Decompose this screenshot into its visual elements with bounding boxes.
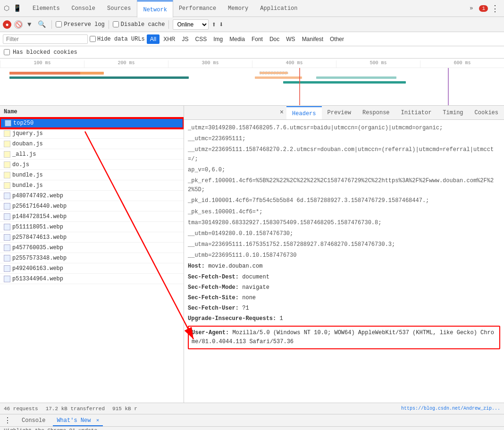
- tab-headers[interactable]: Headers: [286, 106, 321, 119]
- tab-memory[interactable]: Memory: [222, 0, 254, 17]
- blocked-cookies-label: Has blocked cookies: [13, 49, 77, 56]
- disable-cache-checkbox[interactable]: Disable cache: [113, 21, 165, 28]
- name-column-header: Name: [0, 106, 184, 118]
- table-row[interactable]: p2557573348.webp: [0, 253, 184, 263]
- file-name: douban.js: [12, 141, 43, 147]
- hide-urls-label[interactable]: Hide data URLs: [90, 36, 145, 42]
- cookie-line-3: ap_v=0,6.0;: [188, 166, 500, 175]
- svg-rect-3: [9, 76, 189, 79]
- file-name: p457760035.webp: [12, 245, 63, 251]
- tab-timing[interactable]: Timing: [437, 106, 469, 119]
- cookie-line-0: _utmz=30149280.1587468205.7.6.utmcsr=bai…: [188, 124, 500, 133]
- table-row[interactable]: p513344964.webp: [0, 274, 184, 284]
- disable-cache-input[interactable]: [113, 21, 119, 27]
- table-row[interactable]: p2578474613.webp: [0, 232, 184, 243]
- table-row[interactable]: do.js: [0, 160, 184, 170]
- filter-other-button[interactable]: Other: [327, 34, 347, 44]
- header-sec-dest-name: Sec-Fetch-Dest:: [188, 274, 239, 280]
- table-row[interactable]: p492406163.webp: [0, 263, 184, 274]
- filter-doc-button[interactable]: Doc: [267, 34, 282, 44]
- search-icon[interactable]: 🔍: [36, 19, 48, 29]
- tab-response[interactable]: Response: [357, 106, 395, 119]
- table-row[interactable]: _all.js: [0, 149, 184, 160]
- table-row[interactable]: p1484728154.webp: [0, 211, 184, 222]
- filter-font-button[interactable]: Font: [249, 34, 266, 44]
- tab-application[interactable]: Application: [254, 0, 303, 17]
- bottom-hint-text: Highlight the Chrome 81 update...: [4, 428, 107, 430]
- cookie-line-10: __utmb=223695111.0.10.1587476730: [188, 251, 500, 260]
- blocked-cookies-checkbox[interactable]: [4, 49, 10, 55]
- name-panel: Name top250 jquery.js douban.js _all.js …: [0, 106, 184, 403]
- filter-ws-button[interactable]: WS: [283, 34, 298, 44]
- header-sec-site-value: none: [242, 295, 256, 301]
- bottom-dots-button[interactable]: ⋮: [4, 416, 11, 425]
- tick-300: 300 ms: [168, 60, 252, 67]
- filter-manifest-button[interactable]: Manifest: [299, 34, 326, 44]
- filter-media-button[interactable]: Media: [227, 34, 248, 44]
- tab-network[interactable]: Network: [137, 0, 173, 17]
- bottom-tab-whatsnew[interactable]: What's New ×: [53, 415, 103, 426]
- file-name: _all.js: [12, 151, 36, 158]
- table-row[interactable]: jquery.js: [0, 128, 184, 139]
- tab-initiator[interactable]: Initiator: [395, 106, 437, 119]
- table-row[interactable]: douban.js: [0, 139, 184, 149]
- timeline-ruler: 100 ms 200 ms 300 ms 400 ms 500 ms 600 m…: [0, 59, 504, 68]
- webp-icon: [4, 234, 10, 241]
- table-row[interactable]: top250: [0, 118, 184, 128]
- detail-tab-bar: × Headers Preview Response Initiator Tim…: [184, 106, 504, 120]
- more-tabs-button[interactable]: »: [466, 0, 477, 17]
- filter-img-button[interactable]: Img: [210, 34, 226, 44]
- tab-elements[interactable]: Elements: [27, 0, 66, 17]
- js-icon: [4, 172, 10, 178]
- tab-bar: ⬡ 📱 Elements Console Sources Network Per…: [0, 0, 504, 17]
- resources-size: 915 kB r: [112, 406, 137, 412]
- blocked-cookies-row: Has blocked cookies: [0, 46, 504, 59]
- table-row[interactable]: p457760035.webp: [0, 243, 184, 253]
- close-panel-button[interactable]: ×: [280, 106, 284, 119]
- hide-urls-checkbox[interactable]: [90, 36, 96, 42]
- disable-cache-label: Disable cache: [121, 21, 165, 28]
- record-button[interactable]: ●: [3, 20, 11, 29]
- bottom-tab-console[interactable]: Console: [18, 415, 49, 426]
- network-container: Name top250 jquery.js douban.js _all.js …: [0, 106, 504, 403]
- file-name: bundle.js: [12, 182, 43, 189]
- close-whatsnew-button[interactable]: ×: [96, 418, 100, 423]
- preserve-log-input[interactable]: [56, 21, 62, 27]
- file-name: do.js: [12, 161, 29, 168]
- tab-console[interactable]: Console: [66, 0, 101, 17]
- network-throttle-select[interactable]: Online Offline Slow 3G Fast 3G: [173, 19, 209, 30]
- devtools-menu-button[interactable]: ⋮: [488, 3, 502, 14]
- preserve-log-checkbox[interactable]: Preserve log: [56, 21, 104, 28]
- header-sec-mode: Sec-Fetch-Mode: navigate: [188, 283, 500, 292]
- pointer-icon[interactable]: ⬡: [2, 4, 11, 12]
- filter-all-button[interactable]: All: [147, 34, 160, 44]
- file-name: jquery.js: [12, 130, 43, 137]
- tab-cookies[interactable]: Cookies: [469, 106, 504, 119]
- cookie-line-5: _pk_id.100001.4cf6=7fb54c5b5b84 6d.15872…: [188, 196, 500, 205]
- header-sec-dest: Sec-Fetch-Dest: document: [188, 273, 500, 282]
- filter-bar: Hide data URLs All XHR JS CSS Img Media …: [0, 32, 504, 46]
- timeline-svg: [0, 68, 504, 106]
- download-icon[interactable]: ⬇: [219, 20, 224, 29]
- table-row[interactable]: p511118051.webp: [0, 222, 184, 232]
- webp-icon: [4, 265, 10, 272]
- table-row[interactable]: p480747492.webp: [0, 191, 184, 201]
- tab-preview[interactable]: Preview: [322, 106, 357, 119]
- tab-sources[interactable]: Sources: [101, 0, 137, 17]
- js-icon: [4, 161, 10, 168]
- tab-performance[interactable]: Performance: [173, 0, 222, 17]
- filter-icon[interactable]: ▼: [25, 20, 33, 29]
- table-row[interactable]: p2561716440.webp: [0, 201, 184, 211]
- mobile-icon[interactable]: 📱: [11, 4, 23, 12]
- cookie-line-9: __utma=223695111.1675351752.1587288927.8…: [188, 240, 500, 249]
- file-name: p511118051.webp: [12, 224, 63, 230]
- upload-icon[interactable]: ⬆: [211, 20, 216, 29]
- filter-css-button[interactable]: CSS: [193, 34, 210, 44]
- filter-input[interactable]: [3, 34, 88, 44]
- clear-button[interactable]: 🚫: [14, 20, 23, 29]
- header-sec-user-name: Sec-Fetch-User:: [188, 305, 239, 312]
- table-row[interactable]: bundle.js: [0, 180, 184, 191]
- filter-xhr-button[interactable]: XHR: [160, 34, 178, 44]
- table-row[interactable]: bundle.js: [0, 170, 184, 180]
- filter-js-button[interactable]: JS: [179, 34, 192, 44]
